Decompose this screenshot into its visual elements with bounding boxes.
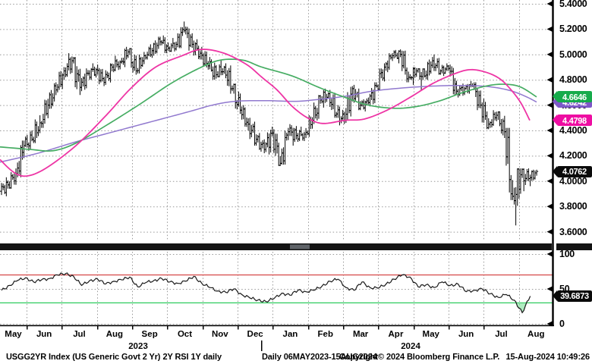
month-label-oct-2023: Oct [178, 329, 192, 338]
price-axis-tick-label: 3.6000 [559, 227, 587, 237]
ma-green-value: 4.6646 [562, 93, 587, 102]
last-price-badge: 4.0762 [557, 166, 592, 177]
footer-security-description: USGG2YR Index (US Generic Govt 2 Yr) 2Y … [6, 352, 222, 361]
year-label-2024: 2024 [401, 341, 420, 350]
badge-arrow-icon [553, 115, 557, 125]
footer-copyright: Copyright© 2024 Bloomberg Finance L.P. [339, 352, 499, 361]
badge-arrow-icon [553, 166, 557, 177]
month-label-jun-2024: Jun [458, 329, 474, 338]
month-label-nov-2023: Nov [212, 329, 228, 338]
price-axis-tick-label: 3.8000 [559, 201, 587, 212]
price-axis-tick-label: 5.0000 [559, 49, 587, 60]
rsi-axis-tick-label: 0 [559, 318, 565, 329]
price-axis-tick-label: 4.4000 [559, 125, 587, 136]
month-label-aug-2023: Aug [106, 329, 123, 338]
ma-magenta-value-badge: 4.4798 [557, 115, 592, 126]
month-label-apr-2024: Apr [389, 329, 404, 338]
month-label-dec-2023: Dec [247, 329, 263, 338]
month-label-jul-2023: Jul [73, 329, 86, 338]
price-axis-tick-label: 4.0000 [559, 176, 587, 187]
footer-bar: USGG2YR Index (US Generic Govt 2 Yr) 2Y … [0, 352, 592, 364]
ma-green-value-badge: 4.6646 [557, 91, 592, 102]
price-axis-tick-label: 4.8000 [559, 74, 587, 85]
month-label-jan-2024: Jan [283, 329, 298, 338]
month-label-jul-2024: Jul [495, 329, 508, 338]
rsi-last-value: 39.6873 [560, 291, 589, 300]
price-axis-tick-label: 5.2000 [559, 24, 587, 34]
badge-arrow-icon [553, 290, 557, 301]
month-label-sep-2023: Sep [142, 329, 158, 338]
last-price-value: 4.0762 [562, 167, 587, 176]
month-label-may-2023: May [5, 329, 21, 338]
year-label-2023: 2023 [128, 341, 148, 350]
month-label-may-2024: May [423, 329, 439, 338]
price-axis-tick-label: 4.2000 [559, 150, 587, 161]
price-axis-tick-label: 5.4000 [559, 0, 587, 9]
rsi-axis-tick-label: 100 [559, 249, 575, 259]
rsi-last-value-badge: 39.6873 [557, 290, 592, 302]
price-rsi-chart-canvas[interactable] [0, 0, 592, 364]
footer-timestamp: 15-Aug-2024 10:49:26 [505, 352, 590, 361]
ma-magenta-value: 4.4798 [562, 116, 587, 125]
badge-arrow-icon [553, 91, 557, 102]
month-label-feb-2024: Feb [318, 329, 333, 338]
bloomberg-chart: 5.40005.20005.00004.80004.60004.40004.20… [0, 0, 592, 364]
month-label-mar-2024: Mar [353, 329, 368, 338]
month-label-jun-2023: Jun [36, 329, 52, 338]
month-label-aug-2024: Aug [527, 329, 544, 338]
